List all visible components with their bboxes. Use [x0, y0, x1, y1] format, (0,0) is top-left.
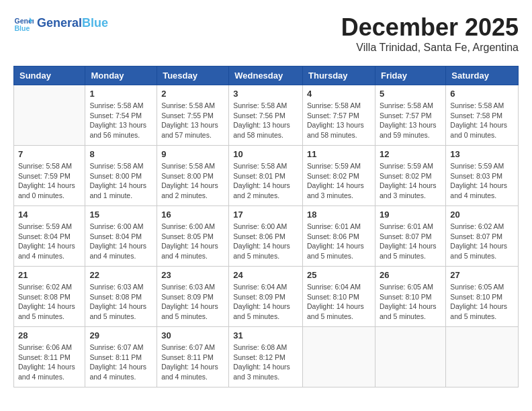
- calendar-cell: 25Sunrise: 6:04 AM Sunset: 8:10 PM Dayli…: [303, 267, 375, 327]
- day-number: 24: [233, 270, 298, 280]
- day-info: Sunrise: 6:00 AM Sunset: 8:04 PM Dayligh…: [89, 222, 152, 261]
- weekday-header: Monday: [85, 66, 157, 85]
- calendar-cell: 8Sunrise: 5:58 AM Sunset: 8:00 PM Daylig…: [85, 146, 157, 206]
- day-info: Sunrise: 5:58 AM Sunset: 7:57 PM Dayligh…: [380, 101, 441, 140]
- day-number: 19: [380, 210, 441, 220]
- calendar-cell: 27Sunrise: 6:05 AM Sunset: 8:10 PM Dayli…: [446, 267, 519, 327]
- calendar-cell: 23Sunrise: 6:03 AM Sunset: 8:09 PM Dayli…: [157, 267, 229, 327]
- day-number: 30: [161, 330, 224, 340]
- day-number: 7: [18, 149, 81, 159]
- day-number: 14: [18, 210, 81, 220]
- day-info: Sunrise: 5:58 AM Sunset: 8:00 PM Dayligh…: [161, 161, 224, 201]
- weekday-header: Wednesday: [229, 66, 303, 85]
- day-info: Sunrise: 6:03 AM Sunset: 8:09 PM Dayligh…: [161, 282, 224, 322]
- calendar-cell: [375, 327, 445, 387]
- day-number: 22: [89, 270, 152, 280]
- calendar-cell: 18Sunrise: 6:01 AM Sunset: 8:06 PM Dayli…: [303, 206, 375, 267]
- day-info: Sunrise: 6:00 AM Sunset: 8:05 PM Dayligh…: [161, 222, 224, 261]
- calendar-cell: 13Sunrise: 5:59 AM Sunset: 8:03 PM Dayli…: [446, 146, 519, 206]
- day-info: Sunrise: 6:07 AM Sunset: 8:11 PM Dayligh…: [89, 342, 152, 382]
- calendar-cell: 19Sunrise: 6:01 AM Sunset: 8:07 PM Dayli…: [375, 206, 445, 267]
- day-info: Sunrise: 5:58 AM Sunset: 7:58 PM Dayligh…: [450, 101, 514, 140]
- day-info: Sunrise: 6:02 AM Sunset: 8:08 PM Dayligh…: [18, 282, 81, 322]
- calendar-cell: [446, 327, 519, 387]
- day-info: Sunrise: 6:05 AM Sunset: 8:10 PM Dayligh…: [380, 282, 441, 322]
- day-info: Sunrise: 6:08 AM Sunset: 8:12 PM Dayligh…: [233, 342, 298, 382]
- calendar-cell: 5Sunrise: 5:58 AM Sunset: 7:57 PM Daylig…: [375, 85, 445, 146]
- day-number: 29: [89, 330, 152, 340]
- svg-text:Blue: Blue: [15, 24, 30, 32]
- calendar-cell: 30Sunrise: 6:07 AM Sunset: 8:11 PM Dayli…: [157, 327, 229, 387]
- day-info: Sunrise: 6:07 AM Sunset: 8:11 PM Dayligh…: [161, 342, 224, 382]
- day-info: Sunrise: 6:01 AM Sunset: 8:07 PM Dayligh…: [380, 222, 441, 261]
- calendar-cell: 17Sunrise: 6:00 AM Sunset: 8:06 PM Dayli…: [229, 206, 303, 267]
- weekday-header: Thursday: [303, 66, 375, 85]
- day-number: 27: [450, 270, 514, 280]
- weekday-header: Saturday: [446, 66, 519, 85]
- logo: General Blue GeneralBlue: [13, 13, 108, 34]
- calendar-cell: 6Sunrise: 5:58 AM Sunset: 7:58 PM Daylig…: [446, 85, 519, 146]
- calendar-cell: 11Sunrise: 5:59 AM Sunset: 8:02 PM Dayli…: [303, 146, 375, 206]
- day-number: 26: [380, 270, 441, 280]
- calendar-cell: 2Sunrise: 5:58 AM Sunset: 7:55 PM Daylig…: [157, 85, 229, 146]
- day-info: Sunrise: 5:58 AM Sunset: 8:01 PM Dayligh…: [233, 161, 298, 201]
- day-number: 16: [161, 210, 224, 220]
- calendar-cell: 16Sunrise: 6:00 AM Sunset: 8:05 PM Dayli…: [157, 206, 229, 267]
- day-number: 15: [89, 210, 152, 220]
- day-info: Sunrise: 5:58 AM Sunset: 7:57 PM Dayligh…: [307, 101, 371, 140]
- weekday-header: Friday: [375, 66, 445, 85]
- calendar-cell: 4Sunrise: 5:58 AM Sunset: 7:57 PM Daylig…: [303, 85, 375, 146]
- day-info: Sunrise: 6:02 AM Sunset: 8:07 PM Dayligh…: [450, 222, 514, 261]
- day-info: Sunrise: 5:58 AM Sunset: 8:00 PM Dayligh…: [89, 161, 152, 201]
- day-number: 4: [307, 89, 371, 99]
- weekday-header: Sunday: [14, 66, 85, 85]
- calendar-cell: 9Sunrise: 5:58 AM Sunset: 8:00 PM Daylig…: [157, 146, 229, 206]
- day-info: Sunrise: 6:01 AM Sunset: 8:06 PM Dayligh…: [307, 222, 371, 261]
- calendar-cell: 21Sunrise: 6:02 AM Sunset: 8:08 PM Dayli…: [14, 267, 85, 327]
- day-info: Sunrise: 5:58 AM Sunset: 7:59 PM Dayligh…: [18, 161, 81, 201]
- calendar-cell: 14Sunrise: 5:59 AM Sunset: 8:04 PM Dayli…: [14, 206, 85, 267]
- day-number: 25: [307, 270, 371, 280]
- calendar-week-row: 7Sunrise: 5:58 AM Sunset: 7:59 PM Daylig…: [14, 146, 519, 206]
- day-number: 3: [233, 89, 298, 99]
- day-info: Sunrise: 6:04 AM Sunset: 8:09 PM Dayligh…: [233, 282, 298, 322]
- day-number: 1: [89, 89, 152, 99]
- day-info: Sunrise: 5:59 AM Sunset: 8:03 PM Dayligh…: [450, 161, 514, 201]
- day-number: 10: [233, 149, 298, 159]
- day-number: 5: [380, 89, 441, 99]
- day-number: 6: [450, 89, 514, 99]
- day-info: Sunrise: 5:59 AM Sunset: 8:02 PM Dayligh…: [307, 161, 371, 201]
- day-number: 8: [89, 149, 152, 159]
- day-info: Sunrise: 5:58 AM Sunset: 7:54 PM Dayligh…: [89, 101, 152, 140]
- calendar-cell: [303, 327, 375, 387]
- calendar-week-row: 21Sunrise: 6:02 AM Sunset: 8:08 PM Dayli…: [14, 267, 519, 327]
- weekday-header: Tuesday: [157, 66, 229, 85]
- calendar-week-row: 14Sunrise: 5:59 AM Sunset: 8:04 PM Dayli…: [14, 206, 519, 267]
- day-info: Sunrise: 6:04 AM Sunset: 8:10 PM Dayligh…: [307, 282, 371, 322]
- calendar-cell: 3Sunrise: 5:58 AM Sunset: 7:56 PM Daylig…: [229, 85, 303, 146]
- day-number: 17: [233, 210, 298, 220]
- title-section: December 2025 Villa Trinidad, Santa Fe, …: [341, 13, 519, 54]
- calendar-cell: 20Sunrise: 6:02 AM Sunset: 8:07 PM Dayli…: [446, 206, 519, 267]
- calendar-cell: 1Sunrise: 5:58 AM Sunset: 7:54 PM Daylig…: [85, 85, 157, 146]
- calendar-cell: 24Sunrise: 6:04 AM Sunset: 8:09 PM Dayli…: [229, 267, 303, 327]
- day-info: Sunrise: 5:58 AM Sunset: 7:55 PM Dayligh…: [161, 101, 224, 140]
- day-number: 20: [450, 210, 514, 220]
- subtitle: Villa Trinidad, Santa Fe, Argentina: [341, 42, 519, 54]
- day-number: 23: [161, 270, 224, 280]
- calendar-cell: 26Sunrise: 6:05 AM Sunset: 8:10 PM Dayli…: [375, 267, 445, 327]
- day-info: Sunrise: 6:03 AM Sunset: 8:08 PM Dayligh…: [89, 282, 152, 322]
- logo-icon: General Blue: [13, 13, 34, 34]
- day-number: 21: [18, 270, 81, 280]
- calendar-cell: 15Sunrise: 6:00 AM Sunset: 8:04 PM Dayli…: [85, 206, 157, 267]
- day-number: 9: [161, 149, 224, 159]
- calendar-cell: 10Sunrise: 5:58 AM Sunset: 8:01 PM Dayli…: [229, 146, 303, 206]
- calendar-cell: 12Sunrise: 5:59 AM Sunset: 8:02 PM Dayli…: [375, 146, 445, 206]
- day-info: Sunrise: 6:05 AM Sunset: 8:10 PM Dayligh…: [450, 282, 514, 322]
- calendar-cell: 7Sunrise: 5:58 AM Sunset: 7:59 PM Daylig…: [14, 146, 85, 206]
- day-number: 13: [450, 149, 514, 159]
- calendar-cell: [14, 85, 85, 146]
- day-info: Sunrise: 5:59 AM Sunset: 8:02 PM Dayligh…: [380, 161, 441, 201]
- day-number: 31: [233, 330, 298, 340]
- calendar-cell: 28Sunrise: 6:06 AM Sunset: 8:11 PM Dayli…: [14, 327, 85, 387]
